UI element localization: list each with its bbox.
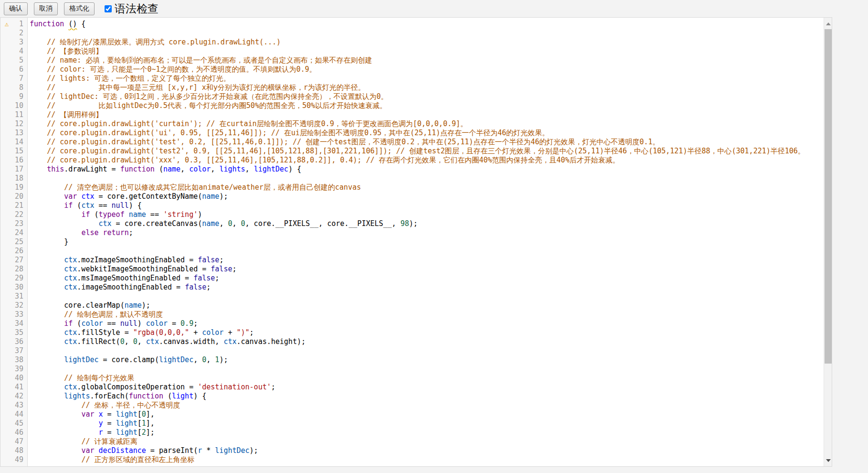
code-line[interactable]: 22 if (typeof name == 'string') [0, 210, 825, 219]
code-line[interactable]: 13 // core.plugin.drawLight('ui', 0.95, … [0, 129, 825, 138]
code-line[interactable]: 14 // core.plugin.drawLight('test', 0.2,… [0, 138, 825, 147]
code-line[interactable]: 19 // 清空色调层；也可以修改成其它层比如animate/weather层，… [0, 183, 825, 192]
code-line-text: // 正方形区域的直径和左上角坐标 [28, 455, 825, 464]
code-line-text: ctx.webkitImageSmoothingEnabled = false; [28, 265, 825, 274]
code-line-text: // core.plugin.drawLight('test', 0.2, [[… [28, 138, 825, 147]
code-line[interactable]: 47 // 计算衰减距离 [0, 437, 825, 446]
code-line-text: var ctx = core.getContextByName(name); [28, 192, 825, 201]
code-line[interactable]: 29 ctx.msImageSmoothingEnabled = false; [0, 274, 825, 283]
code-line[interactable]: 24 else return; [0, 228, 825, 237]
code-line-text: // core.plugin.drawLight('ui', 0.95, [[2… [28, 129, 825, 138]
line-number: 12 [13, 119, 25, 129]
code-line[interactable]: 5 // name: 必填，要绘制到的画布名；可以是一个系统画布，或者是个自定义… [0, 56, 825, 65]
code-line[interactable]: 35 ctx.fillStyle = "rgba(0,0,0," + color… [0, 328, 825, 337]
code-line-text: ctx.mozImageSmoothingEnabled = false; [28, 256, 825, 265]
code-line[interactable]: 8 // 其中每一项是三元组 [x,y,r] x和y分别为该灯光的横纵坐标，r为… [0, 83, 825, 92]
code-line[interactable]: 10 // 比如lightDec为0.5代表，每个灯光部分内圈50%的范围全亮，… [0, 101, 825, 110]
code-line-text: ctx.fillStyle = "rgba(0,0,0," + color + … [28, 328, 825, 337]
code-line[interactable]: 4 // 【参数说明】 [0, 47, 825, 56]
code-line[interactable]: 9 // lightDec: 可选，0到1之间，光从多少百分比才开始衰减（在此范… [0, 92, 825, 101]
code-line-text: y = light[1], [28, 419, 825, 428]
code-line[interactable]: 44 var x = light[0], [0, 410, 825, 419]
code-line[interactable]: 6 // color: 可选，只能是一个0~1之间的数，为不透明度的值。不填则默… [0, 65, 825, 74]
code-line[interactable]: 49 // 正方形区域的直径和左上角坐标 [0, 455, 825, 464]
code-line[interactable]: ⚠1function () { [0, 20, 825, 29]
scroll-up-arrow[interactable] [824, 20, 832, 28]
code-line[interactable]: 25 } [0, 237, 825, 247]
line-number: 16 [13, 156, 25, 165]
gutter-marker-cell [0, 56, 13, 65]
code-line[interactable]: 17 this.drawLight = function (name, colo… [0, 165, 825, 174]
code-line[interactable]: 28 ctx.webkitImageSmoothingEnabled = fal… [0, 265, 825, 274]
code-line-text: // core.plugin.drawLight('test2', 0.9, [… [28, 147, 825, 156]
code-line[interactable]: 12 // core.plugin.drawLight('curtain'); … [0, 119, 825, 129]
code-line[interactable]: 11 // 【调用样例】 [0, 110, 825, 119]
code-line[interactable]: 31 [0, 292, 825, 301]
cancel-button[interactable]: 取消 [34, 2, 58, 15]
gutter-marker-cell [0, 101, 13, 110]
code-line-text: // core.plugin.drawLight('xxx', 0.3, [[2… [28, 156, 825, 165]
gutter-marker-cell [0, 147, 13, 156]
format-button[interactable]: 格式化 [64, 2, 95, 15]
code-line[interactable]: 40 // 绘制每个灯光效果 [0, 374, 825, 383]
code-line[interactable]: 38 lightDec = core.clamp(lightDec, 0, 1)… [0, 355, 825, 365]
line-number: 30 [13, 283, 25, 292]
code-line[interactable]: 36 ctx.fillRect(0, 0, ctx.canvas.width, … [0, 337, 825, 346]
gutter-marker-cell [0, 283, 13, 292]
code-line[interactable]: 16 // core.plugin.drawLight('xxx', 0.3, … [0, 156, 825, 165]
gutter-marker-cell [0, 129, 13, 138]
syntax-check-checkbox[interactable] [105, 5, 112, 12]
line-number: 47 [13, 437, 25, 446]
code-line[interactable]: 39 [0, 365, 825, 374]
code-line-text [28, 247, 825, 256]
line-number: 32 [13, 301, 25, 310]
scrollbar-thumb[interactable] [825, 29, 832, 364]
line-number: 3 [13, 38, 25, 47]
code-line[interactable]: 27 ctx.mozImageSmoothingEnabled = false; [0, 256, 825, 265]
code-line-text [28, 346, 825, 355]
gutter-marker-cell [0, 319, 13, 328]
vertical-scrollbar[interactable] [824, 18, 832, 466]
scroll-down-arrow[interactable] [824, 456, 832, 464]
code-line-text: // 计算衰减距离 [28, 437, 825, 446]
code-line[interactable]: 32 core.clearMap(name); [0, 301, 825, 310]
line-number: 9 [13, 92, 25, 101]
code-line-text: var x = light[0], [28, 410, 825, 419]
code-editor[interactable]: ⚠1function () {23 // 绘制灯光/漆黑层效果。调用方式 cor… [0, 17, 832, 467]
code-line[interactable]: 26 [0, 247, 825, 256]
code-line[interactable]: 34 if (color == null) color = 0.9; [0, 319, 825, 328]
line-number: 21 [13, 201, 25, 210]
code-line[interactable]: 2 [0, 29, 825, 38]
confirm-button[interactable]: 确认 [4, 2, 28, 15]
line-number: 45 [13, 419, 25, 428]
syntax-check-toggle[interactable]: 语法检查 [105, 1, 159, 16]
code-line-text: lightDec = core.clamp(lightDec, 0, 1); [28, 355, 825, 365]
code-area[interactable]: ⚠1function () {23 // 绘制灯光/漆黑层效果。调用方式 cor… [0, 18, 825, 464]
line-number: 40 [13, 374, 25, 383]
code-line[interactable]: 42 lights.forEach(function (light) { [0, 392, 825, 401]
gutter-marker-cell [0, 156, 13, 165]
code-line[interactable]: 43 // 坐标，半径，中心不透明度 [0, 401, 825, 410]
gutter-marker-cell [0, 401, 13, 410]
code-line-text: // 坐标，半径，中心不透明度 [28, 401, 825, 410]
code-line[interactable]: 37 [0, 346, 825, 355]
line-number: 42 [13, 392, 25, 401]
gutter-marker-cell [0, 138, 13, 147]
code-line[interactable]: 3 // 绘制灯光/漆黑层效果。调用方式 core.plugin.drawLig… [0, 38, 825, 47]
line-number: 33 [13, 310, 25, 319]
gutter-marker-cell [0, 228, 13, 237]
line-number: 25 [13, 237, 25, 247]
code-line[interactable]: 48 var decDistance = parseInt(r * lightD… [0, 446, 825, 455]
code-line[interactable]: 20 var ctx = core.getContextByName(name)… [0, 192, 825, 201]
code-line[interactable]: 46 r = light[2]; [0, 428, 825, 437]
code-line[interactable]: 45 y = light[1], [0, 419, 825, 428]
code-line[interactable]: 18 [0, 174, 825, 183]
code-line[interactable]: 7 // lights: 可选，一个数组，定义了每个独立的灯光。 [0, 74, 825, 83]
code-line[interactable]: 23 ctx = core.createCanvas(name, 0, 0, c… [0, 219, 825, 228]
code-line[interactable]: 33 // 绘制色调层，默认不透明度 [0, 310, 825, 319]
gutter-marker-cell [0, 328, 13, 337]
code-line[interactable]: 21 if (ctx == null) { [0, 201, 825, 210]
code-line[interactable]: 41 ctx.globalCompositeOperation = 'desti… [0, 383, 825, 392]
code-line[interactable]: 30 ctx.imageSmoothingEnabled = false; [0, 283, 825, 292]
code-line[interactable]: 15 // core.plugin.drawLight('test2', 0.9… [0, 147, 825, 156]
